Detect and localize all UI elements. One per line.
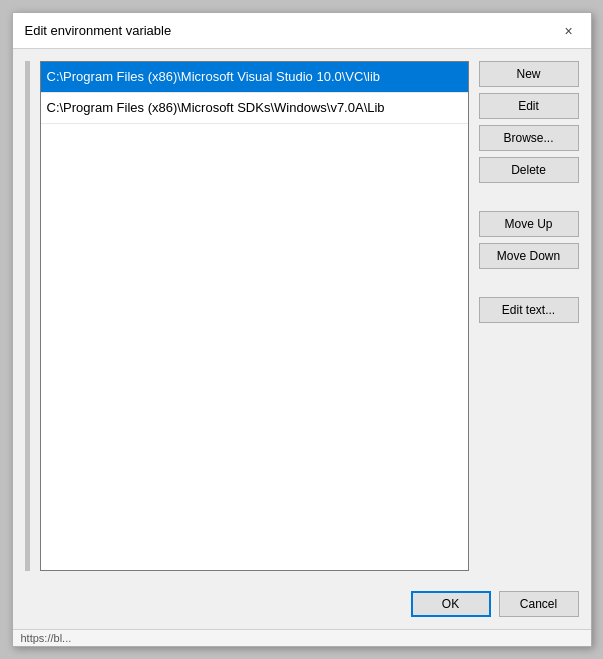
dialog-content: C:\Program Files (x86)\Microsoft Visual … <box>13 49 591 583</box>
move-down-button[interactable]: Move Down <box>479 243 579 269</box>
list-item[interactable]: C:\Program Files (x86)\Microsoft SDKs\Wi… <box>41 93 468 124</box>
spacer2 <box>479 275 579 291</box>
edit-text-button[interactable]: Edit text... <box>479 297 579 323</box>
edit-button[interactable]: Edit <box>479 93 579 119</box>
dialog-footer: OK Cancel <box>13 583 591 629</box>
spacer <box>479 189 579 205</box>
left-accent <box>25 61 30 571</box>
browse-button[interactable]: Browse... <box>479 125 579 151</box>
list-item[interactable]: C:\Program Files (x86)\Microsoft Visual … <box>41 62 468 93</box>
title-bar: Edit environment variable × <box>13 13 591 49</box>
dialog-title: Edit environment variable <box>25 23 172 38</box>
edit-env-dialog: Edit environment variable × C:\Program F… <box>12 12 592 647</box>
env-list[interactable]: C:\Program Files (x86)\Microsoft Visual … <box>40 61 469 571</box>
new-button[interactable]: New <box>479 61 579 87</box>
move-up-button[interactable]: Move Up <box>479 211 579 237</box>
close-button[interactable]: × <box>559 21 579 41</box>
delete-button[interactable]: Delete <box>479 157 579 183</box>
cancel-button[interactable]: Cancel <box>499 591 579 617</box>
url-bar: https://bl... <box>13 629 591 646</box>
buttons-panel: New Edit Browse... Delete Move Up Move D… <box>479 61 579 571</box>
ok-button[interactable]: OK <box>411 591 491 617</box>
